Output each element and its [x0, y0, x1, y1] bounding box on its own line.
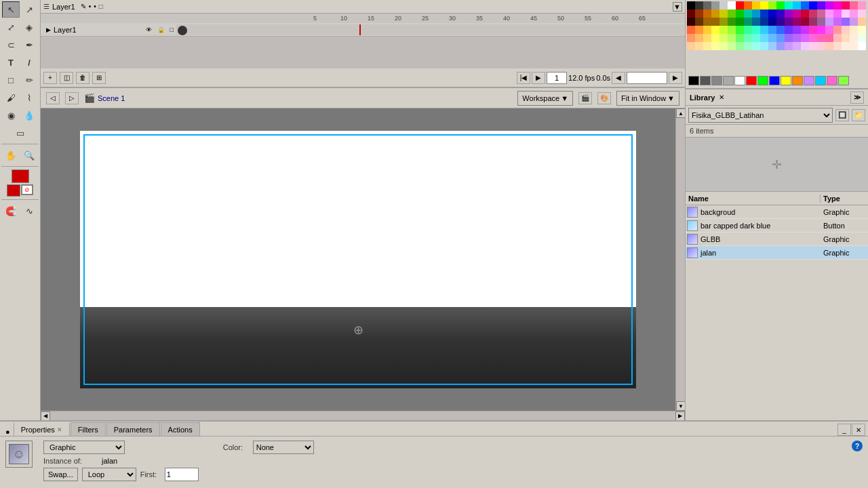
color-cell[interactable]: [760, 42, 768, 50]
color-cell[interactable]: [711, 18, 719, 26]
lib-row-glbb[interactable]: GLBB Graphic: [686, 232, 868, 246]
frame-input[interactable]: 1: [547, 72, 567, 84]
color-cell[interactable]: [850, 18, 858, 26]
color-cell[interactable]: [728, 26, 736, 34]
color-cell[interactable]: [711, 9, 719, 18]
props-minimize[interactable]: _: [837, 424, 851, 436]
library-project-select[interactable]: Fisika_GLBB_Latihan: [688, 108, 833, 123]
color-cell[interactable]: [842, 9, 850, 18]
lasso-tool[interactable]: ⊂: [2, 37, 20, 53]
color-cell[interactable]: [760, 26, 768, 34]
color-cell[interactable]: [768, 34, 776, 42]
loop-select[interactable]: Loop: [82, 468, 136, 481]
h-scroll-track[interactable]: [50, 411, 675, 421]
color-cell[interactable]: [711, 1, 719, 9]
color-cell[interactable]: [695, 42, 703, 50]
color-cell[interactable]: [752, 26, 760, 34]
hand-tool[interactable]: ✋: [2, 147, 20, 163]
color-cell[interactable]: [768, 42, 776, 50]
color-cell[interactable]: [817, 1, 825, 9]
color-cell[interactable]: [833, 18, 842, 26]
zoom-tool[interactable]: 🔍: [20, 147, 38, 163]
library-expand-btn[interactable]: ≫: [850, 92, 864, 104]
arrow-tool[interactable]: ↖: [2, 1, 20, 18]
goto-first-btn[interactable]: |◀: [517, 72, 530, 84]
color-cell[interactable]: [809, 34, 817, 42]
library-close[interactable]: ✕: [719, 94, 724, 101]
color-cell[interactable]: [793, 1, 801, 9]
new-layer-btn[interactable]: +: [43, 72, 57, 84]
color-cell[interactable]: [768, 9, 776, 18]
stage-scrollbar-v[interactable]: ▲ ▼: [675, 108, 685, 411]
color-cell[interactable]: [687, 1, 695, 9]
color-cell[interactable]: [809, 42, 817, 50]
swatch-lightgray[interactable]: [723, 76, 734, 85]
library-new-folder-btn[interactable]: 📁: [852, 109, 865, 121]
color-cell[interactable]: [785, 1, 793, 9]
color-cell[interactable]: [703, 34, 711, 42]
scroll-up-btn[interactable]: ▲: [676, 108, 685, 118]
color-cell[interactable]: [785, 9, 793, 18]
swatch-gray[interactable]: [711, 76, 722, 85]
color-cell[interactable]: [776, 34, 785, 42]
color-cell[interactable]: [752, 42, 760, 50]
brush-tool[interactable]: 🖌: [2, 89, 20, 106]
subselect-tool[interactable]: ↗: [20, 1, 38, 18]
color-cell[interactable]: [776, 26, 785, 34]
color-cell[interactable]: [744, 18, 752, 26]
color-cell[interactable]: [825, 34, 833, 42]
color-cell[interactable]: [801, 34, 809, 42]
tab-properties[interactable]: Properties ✕: [14, 422, 70, 436]
forward-scene-btn[interactable]: ▷: [65, 92, 79, 104]
tab-actions[interactable]: Actions: [161, 422, 200, 436]
instance-icon-btn[interactable]: ☺: [5, 441, 33, 468]
color-cell[interactable]: [817, 34, 825, 42]
color-cell[interactable]: [760, 1, 768, 9]
color-cell[interactable]: [695, 34, 703, 42]
properties-tab-close[interactable]: ✕: [57, 426, 62, 433]
color-select[interactable]: None: [253, 441, 314, 454]
color-cell[interactable]: [809, 1, 817, 9]
pen-tool[interactable]: ✒: [20, 37, 38, 53]
color-cell[interactable]: [776, 1, 785, 9]
layer-timeline[interactable]: [176, 24, 685, 35]
color-cell[interactable]: [760, 9, 768, 18]
lib-row-bar[interactable]: bar capped dark blue Button: [686, 219, 868, 232]
smooth-btn[interactable]: ∿: [20, 203, 38, 219]
color-cell[interactable]: [801, 42, 809, 50]
scroll-left-btn[interactable]: ◀: [41, 411, 50, 421]
color-cell[interactable]: [833, 42, 842, 50]
color-cell[interactable]: [768, 18, 776, 26]
color-cell[interactable]: [736, 26, 744, 34]
free-transform-tool[interactable]: ⤢: [2, 19, 20, 35]
color-cell[interactable]: [785, 42, 793, 50]
scene-settings-btn[interactable]: 🎬: [578, 92, 592, 104]
color-cell[interactable]: [728, 9, 736, 18]
color-cell[interactable]: [858, 9, 866, 18]
color-cell[interactable]: [842, 1, 850, 9]
swatch-darkgray[interactable]: [700, 76, 711, 85]
color-cell[interactable]: [719, 42, 728, 50]
color-cell[interactable]: [825, 9, 833, 18]
color-cell[interactable]: [752, 18, 760, 26]
color-cell[interactable]: [825, 1, 833, 9]
library-new-symbol-btn[interactable]: 🔲: [835, 109, 849, 121]
color-cell[interactable]: [703, 26, 711, 34]
tab-parameters[interactable]: Parameters: [106, 422, 160, 436]
color-cell[interactable]: [850, 1, 858, 9]
rect-tool[interactable]: □: [2, 72, 20, 88]
swatch-red[interactable]: [746, 76, 757, 85]
fill-color-btn[interactable]: [7, 184, 20, 197]
color-cell[interactable]: [744, 34, 752, 42]
color-cell[interactable]: [793, 9, 801, 18]
tab-filters[interactable]: Filters: [71, 422, 106, 436]
color-cell[interactable]: [785, 34, 793, 42]
ink-tool[interactable]: ⌇: [20, 89, 38, 106]
color-cell[interactable]: [695, 9, 703, 18]
color-cell[interactable]: [719, 26, 728, 34]
scroll-down-btn[interactable]: ▼: [676, 401, 685, 411]
color-cell[interactable]: [736, 42, 744, 50]
color-cell[interactable]: [833, 9, 842, 18]
color-cell[interactable]: [736, 18, 744, 26]
color-cell[interactable]: [858, 18, 866, 26]
